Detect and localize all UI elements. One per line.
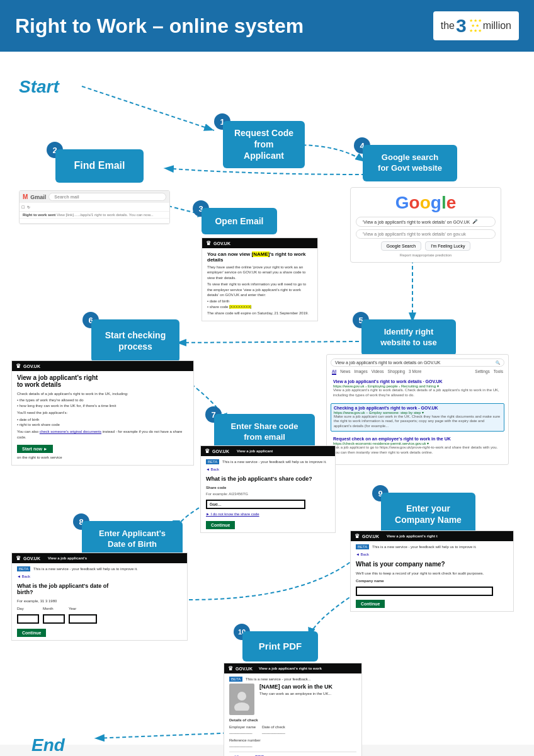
start-label: Start [19, 77, 59, 97]
microphone-icon: 🎤 [472, 219, 478, 224]
tab-more[interactable]: 3 More [409, 369, 421, 375]
govuk-brand-sc: GOV.UK [212, 449, 229, 454]
google-search-bar[interactable]: 'View a job applicant's right to work de… [356, 217, 496, 227]
gmail-checkbox[interactable]: ☐ [21, 205, 25, 209]
govuk-rtw-list: • the types of work they're allowed to d… [17, 398, 188, 408]
month-label: Month [43, 606, 65, 611]
gmail-search-placeholder: Search mail [54, 195, 79, 199]
govuk-dob-back[interactable]: ◄ Back [17, 574, 182, 579]
dob-day-input[interactable] [17, 614, 39, 624]
search-results-mock: View a job applicant's right to work det… [326, 354, 509, 465]
search-bar-small[interactable]: View a job applicant's right to work det… [331, 358, 504, 367]
govuk-sc-back[interactable]: ◄ Back [206, 467, 330, 472]
step-5-container: 5 Identify rightwebsite to use [361, 319, 456, 356]
govuk-print-header: ♛ GOV.UK View a job applicant's right to… [224, 663, 361, 673]
google-search-bar-2[interactable]: 'View a job applicant's right to work de… [356, 229, 496, 239]
tools-link[interactable]: Tools [494, 369, 503, 375]
govuk-company-back[interactable]: ◄ Back [356, 552, 508, 557]
search-result-2[interactable]: Checking a job applicant's right to work… [331, 403, 504, 432]
govuk-print-body: BETA This is a new service - your feedba… [224, 673, 361, 756]
tab-all[interactable]: All [332, 369, 336, 375]
print-result-desc: They can work as an employee in the UK..… [259, 691, 332, 696]
google-o1: o [409, 193, 420, 212]
govuk-dob-header: ♛ GOV.UK View a job applicant's [12, 553, 187, 563]
crown-icon-4: ♛ [16, 555, 21, 561]
crown-icon-3: ♛ [205, 448, 210, 454]
govuk-sc-no-code[interactable]: ► I do not know the share code [206, 512, 330, 517]
page-title: Right to Work – online system [15, 14, 304, 38]
google-o2: o [420, 193, 431, 212]
logo-number: 3 [456, 15, 467, 37]
print-result-info: [NAME] can work in the UK They can work … [259, 684, 332, 715]
page-header: Right to Work – online system the 3 ★ ★ … [0, 0, 534, 52]
govuk-brand-email: GOV.UK [213, 241, 230, 246]
logo-post-text: million [483, 20, 511, 32]
search-result-3[interactable]: Request check on an employee's right to … [331, 435, 504, 457]
govuk-company-mock: ♛ GOV.UK View a job applicant's right t … [350, 530, 514, 612]
dob-day-field: Day [17, 606, 39, 623]
search-result-1[interactable]: View a job applicant's right to work det… [331, 377, 504, 400]
crown-icon-5: ♛ [355, 533, 360, 539]
company-name-input[interactable] [356, 587, 493, 596]
tab-news[interactable]: News [340, 369, 350, 375]
continue-button-dob[interactable]: Continue [17, 629, 46, 637]
google-e: e [446, 193, 457, 212]
result-2-title: Checking a job applicant's right to work… [334, 406, 501, 410]
govuk-sc-placeholder: For example: AI23456TG [206, 491, 330, 496]
step-1-container: 1 Request Codefrom Applicant [214, 121, 296, 168]
tab-images[interactable]: Images [355, 369, 368, 375]
dob-month-input[interactable] [43, 614, 65, 624]
email-govuk-header: ♛ GOV.UK [202, 238, 317, 248]
gmail-row-1[interactable]: Right to work sent View [link]....../app… [20, 212, 169, 219]
result-2-url: https://www.gov.uk – Employ someone: ste… [334, 410, 501, 415]
step-6-container: 6 Start checkingprocess [91, 319, 179, 362]
result-3-title: Request check on an employee's right to … [333, 437, 502, 441]
step-6-box: Start checkingprocess [91, 319, 179, 362]
govuk-rtw-need: You'll need the job applicant's: [17, 410, 188, 415]
tab-videos[interactable]: Videos [372, 369, 384, 375]
print-pdf-link-row: ► View as a PDF page [229, 752, 356, 756]
start-now-button[interactable]: Start now ► [17, 445, 53, 453]
govuk-rtw-title: View a job applicant's rightto work deta… [17, 374, 188, 388]
dob-year-field: Year [69, 606, 97, 623]
end-label: End [31, 735, 65, 755]
step-2-container: 2 Find Email [55, 149, 144, 183]
beta-label-2: BETA [17, 566, 30, 571]
email-title: You can now view [NAME]'s right to work … [207, 251, 312, 263]
print-details-row: Employer name___________ Date of check__… [229, 724, 356, 736]
govuk-company-beta: BETA This is a new service - your feedba… [356, 544, 508, 549]
step-3-container: 3 Open Email [202, 208, 277, 234]
settings-link[interactable]: Settings [475, 369, 490, 375]
email-expiry: The share code will expire on Saturday, … [207, 311, 312, 316]
govuk-brand-print: GOV.UK [236, 667, 253, 671]
gmail-search[interactable]: Search mail [48, 193, 166, 201]
govuk-dob-mock: ♛ GOV.UK View a job applicant's BETA Thi… [11, 553, 188, 641]
crown-icon-6: ♛ [228, 665, 233, 672]
gmail-mock: M Gmail Search mail ☐ ↻ Right to work se… [19, 190, 170, 224]
google-footer: Report inappropriate prediction [356, 253, 496, 257]
beta-label: BETA [206, 459, 219, 464]
govuk-rtw-mock: ♛ GOV.UK View a job applicant's rightto … [11, 360, 194, 466]
continue-button-sc[interactable]: Continue [206, 521, 235, 529]
google-lucky-button[interactable]: I'm Feeling Lucky [425, 241, 470, 251]
google-search-button[interactable]: Google Search [381, 241, 422, 251]
email-body: You can now view [NAME]'s right to work … [202, 248, 317, 321]
beta-text-2: This is a new service - your feedback wi… [33, 567, 138, 571]
gmail-refresh-icon[interactable]: ↻ [27, 205, 30, 209]
dob-year-input[interactable] [69, 614, 97, 624]
gmail-logo: M [23, 193, 28, 200]
step-4-container: 4 Google searchfor Govt website [363, 145, 457, 181]
govuk-rtw-body: View a job applicant's rightto work deta… [12, 371, 193, 465]
continue-button-company[interactable]: Continue [356, 600, 385, 608]
share-code-input[interactable] [206, 500, 305, 509]
result-1-title: View a job applicant's right to work det… [333, 379, 502, 384]
govuk-rtw-need-list: • date of birth• right to work share cod… [17, 417, 188, 428]
govuk-brand-company: GOV.UK [362, 534, 379, 539]
result-2-desc: Make sure a job applicant can work in th… [334, 415, 501, 429]
step-9-box: Enter yourCompany Name [381, 493, 475, 536]
day-label: Day [17, 606, 39, 611]
step-4-box: Google searchfor Govt website [363, 145, 457, 181]
govuk-dob-beta: BETA This is a new service - your feedba… [17, 566, 182, 571]
tab-shopping[interactable]: Shopping [388, 369, 405, 375]
govuk-company-header: ♛ GOV.UK View a job applicant's right t [351, 531, 513, 541]
